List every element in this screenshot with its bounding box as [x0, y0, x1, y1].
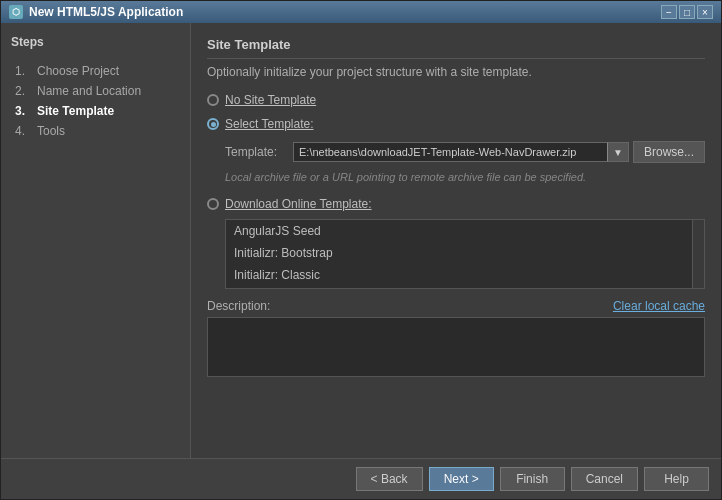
sidebar: Steps 1. Choose Project 2. Name and Loca…	[1, 23, 191, 458]
template-field-label: Template:	[225, 145, 285, 159]
online-templates-list[interactable]: AngularJS Seed Initializr: Bootstrap Ini…	[225, 219, 705, 289]
list-item[interactable]: Initializr: Bootstrap	[226, 242, 704, 264]
minimize-button[interactable]: −	[661, 5, 677, 19]
list-item[interactable]: Initializr: Classic	[226, 264, 704, 286]
template-input-group: ▼	[293, 142, 629, 162]
hint-text: Local archive file or a URL pointing to …	[225, 171, 705, 183]
step-4-label: Tools	[37, 124, 65, 138]
cancel-button[interactable]: Cancel	[571, 467, 638, 491]
title-bar-controls: − □ ×	[661, 5, 713, 19]
step-2-num: 2.	[15, 84, 33, 98]
application-window: ⬡ New HTML5/JS Application − □ × Steps 1…	[0, 0, 722, 500]
select-template-label: Select Template:	[225, 117, 314, 131]
step-4-num: 4.	[15, 124, 33, 138]
step-1-label: Choose Project	[37, 64, 119, 78]
download-template-option[interactable]: Download Online Template:	[207, 197, 705, 211]
main-content: Site Template Optionally initialize your…	[191, 23, 721, 458]
step-3: 3. Site Template	[11, 101, 180, 121]
close-button[interactable]: ×	[697, 5, 713, 19]
list-item[interactable]: AngularJS Seed	[226, 220, 704, 242]
step-2-label: Name and Location	[37, 84, 141, 98]
download-template-label: Download Online Template:	[225, 197, 372, 211]
no-template-label: No Site Template	[225, 93, 316, 107]
browse-button[interactable]: Browse...	[633, 141, 705, 163]
step-2: 2. Name and Location	[11, 81, 180, 101]
next-button[interactable]: Next >	[429, 467, 494, 491]
select-template-option[interactable]: Select Template:	[207, 117, 705, 131]
section-title: Site Template	[207, 37, 705, 59]
steps-title: Steps	[11, 35, 180, 49]
title-bar: ⬡ New HTML5/JS Application − □ ×	[1, 1, 721, 23]
description-label: Description:	[207, 299, 270, 313]
template-dropdown-button[interactable]: ▼	[607, 142, 629, 162]
content-area: Steps 1. Choose Project 2. Name and Loca…	[1, 23, 721, 458]
step-4: 4. Tools	[11, 121, 180, 141]
title-bar-left: ⬡ New HTML5/JS Application	[9, 5, 183, 19]
maximize-button[interactable]: □	[679, 5, 695, 19]
clear-cache-link[interactable]: Clear local cache	[613, 299, 705, 313]
scrollbar[interactable]	[692, 220, 704, 288]
bottom-bar: < Back Next > Finish Cancel Help	[1, 458, 721, 499]
step-3-num: 3.	[15, 104, 33, 118]
finish-button[interactable]: Finish	[500, 467, 565, 491]
template-row: Template: ▼ Browse...	[225, 141, 705, 163]
select-template-radio[interactable]	[207, 118, 219, 130]
template-input[interactable]	[293, 142, 607, 162]
window-title: New HTML5/JS Application	[29, 5, 183, 19]
no-template-option[interactable]: No Site Template	[207, 93, 705, 107]
back-button[interactable]: < Back	[356, 467, 423, 491]
download-template-radio[interactable]	[207, 198, 219, 210]
description-row: Description: Clear local cache	[207, 299, 705, 313]
step-1: 1. Choose Project	[11, 61, 180, 81]
step-1-num: 1.	[15, 64, 33, 78]
step-3-label: Site Template	[37, 104, 114, 118]
section-description: Optionally initialize your project struc…	[207, 65, 705, 79]
help-button[interactable]: Help	[644, 467, 709, 491]
description-textarea[interactable]	[207, 317, 705, 377]
app-icon: ⬡	[9, 5, 23, 19]
no-template-radio[interactable]	[207, 94, 219, 106]
